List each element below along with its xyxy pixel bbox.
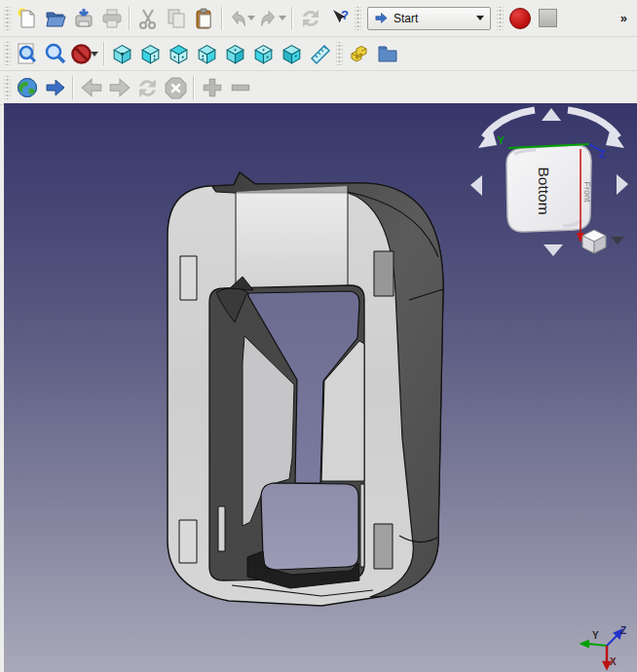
blue-arrow-icon [374,11,389,25]
hole-bottom-left [179,520,197,563]
toolbar-gripper[interactable] [4,42,11,65]
scissors-icon [136,7,160,30]
ruler-icon [309,42,332,65]
page-stop-button[interactable] [162,74,190,101]
refresh-button[interactable] [296,5,324,32]
save-icon [72,7,95,30]
axis-y-label: Y [592,630,599,641]
fit-selection-button[interactable] [41,40,69,67]
measure-distance-button[interactable] [306,40,334,67]
clipboard-paste-icon [193,7,216,30]
front-view-cube-icon [138,42,163,66]
draw-style-dropdown-caret[interactable] [91,52,98,56]
bottom-view-cube-icon [251,42,276,66]
whats-this-button[interactable]: ? [324,5,353,32]
nav-cube-side-label[interactable]: Front [582,181,592,203]
nav-cube-face-label[interactable]: Bottom [536,167,552,214]
toolbar-view [0,37,637,71]
workbench-selector-value: Start [393,12,471,25]
new-document-button[interactable] [13,5,41,32]
toolbar-separator [103,42,105,65]
view-axonometric-button[interactable] [108,40,136,67]
macro-record-button[interactable] [506,5,534,32]
web-browser-button[interactable] [13,74,41,101]
view-front-button[interactable] [136,40,165,67]
go-to-page-button[interactable] [41,74,69,101]
toolbar-gripper[interactable] [4,7,11,30]
redo-dropdown-caret[interactable] [279,16,286,20]
toolbar-gripper[interactable] [497,7,504,30]
refresh-icon [299,7,322,30]
stop-octagon-icon [164,76,188,100]
draw-style-icon [70,43,93,65]
part-shape-button[interactable] [345,40,373,67]
right-view-cube-icon [195,42,219,66]
model-part[interactable] [168,172,443,606]
axis-z-label: Z [620,625,626,636]
magnifier-icon [44,42,67,65]
plus-icon [200,75,225,100]
hole-top-left [180,256,197,300]
freecad-window: ? Start » [0,0,637,672]
reload-icon [135,76,160,100]
redo-arrow-icon [258,8,280,29]
print-button[interactable] [97,5,126,32]
toolbar-separator [221,7,223,30]
axonometric-cube-icon [110,42,134,66]
view-left-button[interactable] [278,40,306,67]
globe-icon [16,76,39,99]
macro-stop-button[interactable] [534,5,562,32]
blue-arrow-icon [44,76,67,99]
undo-arrow-icon [227,8,248,29]
undo-button[interactable] [226,5,249,32]
zoom-in-button[interactable] [198,74,226,101]
back-arrow-icon [79,75,104,100]
hole-top-right [374,251,393,296]
copy-button[interactable] [162,5,190,32]
axis-x-label: X [610,656,617,667]
hole-bottom-right [374,524,393,569]
open-folder-icon [44,7,67,30]
toolbar-gripper[interactable] [4,76,11,99]
cube-z-label: Z [599,148,606,160]
record-macro-icon [509,8,531,29]
left-view-cube-icon [280,42,304,66]
open-document-button[interactable] [41,5,69,32]
svg-text:?: ? [341,8,349,22]
forward-arrow-icon [107,75,132,100]
copy-icon [165,7,188,30]
chevron-down-icon [476,16,484,20]
toolbar-separator [129,7,131,30]
open-folder-button[interactable] [373,40,401,67]
part-shape-icon [348,42,371,65]
undo-dropdown-caret[interactable] [247,16,255,20]
toolbar-file: ? Start » [0,0,637,37]
3d-viewport[interactable]: Front Bottom Y Z [4,103,637,672]
fit-all-button[interactable] [13,40,41,67]
paste-button[interactable] [190,5,218,32]
cube-y-label: Y [498,134,506,146]
toolbar-gripper[interactable] [355,7,361,30]
view-right-button[interactable] [193,40,221,67]
draw-style-button[interactable] [69,40,93,67]
view-top-button[interactable] [165,40,193,67]
view-rear-button[interactable] [221,40,249,67]
toolbar-separator [193,76,195,99]
redo-button[interactable] [257,5,281,32]
slot-bottom-left [218,506,225,551]
folder-icon [376,42,399,65]
print-icon [100,7,124,30]
zoom-out-button[interactable] [226,74,254,101]
nav-forward-button[interactable] [105,74,133,101]
toolbar-web [0,71,637,105]
toolbar-separator [72,76,74,99]
toolbar-overflow-button[interactable]: » [617,9,631,27]
nav-back-button[interactable] [77,74,105,101]
view-bottom-button[interactable] [249,40,278,67]
toolbar-gripper[interactable] [336,42,343,65]
fit-all-icon [16,42,39,65]
save-document-button[interactable] [69,5,97,32]
workbench-selector[interactable]: Start [367,7,491,30]
page-reload-button[interactable] [133,74,162,101]
cut-button[interactable] [133,5,162,32]
